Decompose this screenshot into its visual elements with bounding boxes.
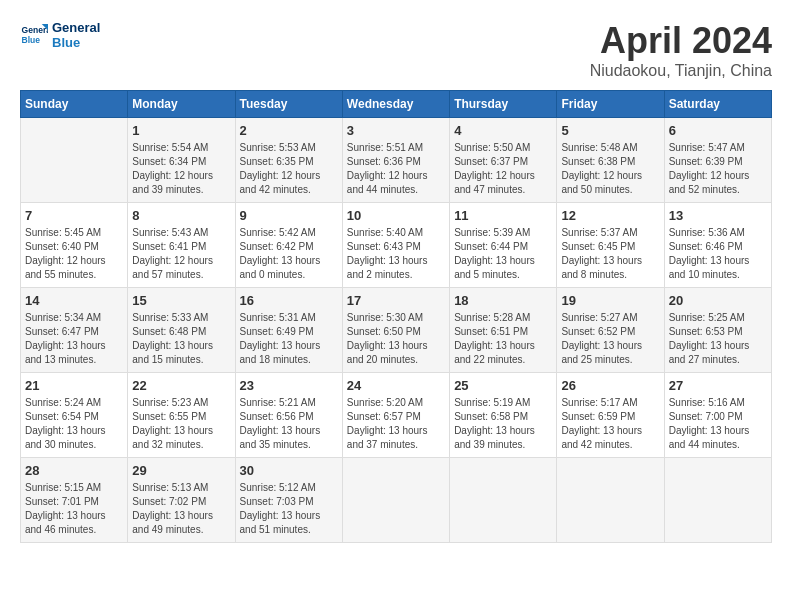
day-number: 19	[561, 293, 659, 308]
calendar-cell: 30Sunrise: 5:12 AM Sunset: 7:03 PM Dayli…	[235, 458, 342, 543]
calendar-cell: 7Sunrise: 5:45 AM Sunset: 6:40 PM Daylig…	[21, 203, 128, 288]
location-subtitle: Niudaokou, Tianjin, China	[590, 62, 772, 80]
week-row-4: 21Sunrise: 5:24 AM Sunset: 6:54 PM Dayli…	[21, 373, 772, 458]
day-info: Sunrise: 5:54 AM Sunset: 6:34 PM Dayligh…	[132, 141, 230, 197]
day-info: Sunrise: 5:48 AM Sunset: 6:38 PM Dayligh…	[561, 141, 659, 197]
title-area: April 2024 Niudaokou, Tianjin, China	[590, 20, 772, 80]
header-cell-sunday: Sunday	[21, 91, 128, 118]
svg-text:Blue: Blue	[22, 35, 41, 45]
day-number: 17	[347, 293, 445, 308]
calendar-cell: 28Sunrise: 5:15 AM Sunset: 7:01 PM Dayli…	[21, 458, 128, 543]
calendar-cell	[21, 118, 128, 203]
day-number: 15	[132, 293, 230, 308]
day-info: Sunrise: 5:25 AM Sunset: 6:53 PM Dayligh…	[669, 311, 767, 367]
day-number: 26	[561, 378, 659, 393]
calendar-cell: 6Sunrise: 5:47 AM Sunset: 6:39 PM Daylig…	[664, 118, 771, 203]
week-row-3: 14Sunrise: 5:34 AM Sunset: 6:47 PM Dayli…	[21, 288, 772, 373]
calendar-cell: 5Sunrise: 5:48 AM Sunset: 6:38 PM Daylig…	[557, 118, 664, 203]
day-number: 1	[132, 123, 230, 138]
day-info: Sunrise: 5:36 AM Sunset: 6:46 PM Dayligh…	[669, 226, 767, 282]
day-info: Sunrise: 5:21 AM Sunset: 6:56 PM Dayligh…	[240, 396, 338, 452]
day-info: Sunrise: 5:28 AM Sunset: 6:51 PM Dayligh…	[454, 311, 552, 367]
day-info: Sunrise: 5:53 AM Sunset: 6:35 PM Dayligh…	[240, 141, 338, 197]
week-row-2: 7Sunrise: 5:45 AM Sunset: 6:40 PM Daylig…	[21, 203, 772, 288]
header-row: SundayMondayTuesdayWednesdayThursdayFrid…	[21, 91, 772, 118]
day-number: 13	[669, 208, 767, 223]
day-info: Sunrise: 5:45 AM Sunset: 6:40 PM Dayligh…	[25, 226, 123, 282]
header-cell-saturday: Saturday	[664, 91, 771, 118]
day-number: 24	[347, 378, 445, 393]
day-number: 4	[454, 123, 552, 138]
calendar-cell: 10Sunrise: 5:40 AM Sunset: 6:43 PM Dayli…	[342, 203, 449, 288]
calendar-cell	[664, 458, 771, 543]
calendar-cell	[450, 458, 557, 543]
day-number: 5	[561, 123, 659, 138]
day-info: Sunrise: 5:20 AM Sunset: 6:57 PM Dayligh…	[347, 396, 445, 452]
day-number: 14	[25, 293, 123, 308]
logo: General Blue General Blue	[20, 20, 100, 50]
day-number: 2	[240, 123, 338, 138]
day-info: Sunrise: 5:33 AM Sunset: 6:48 PM Dayligh…	[132, 311, 230, 367]
day-info: Sunrise: 5:51 AM Sunset: 6:36 PM Dayligh…	[347, 141, 445, 197]
day-info: Sunrise: 5:24 AM Sunset: 6:54 PM Dayligh…	[25, 396, 123, 452]
day-number: 10	[347, 208, 445, 223]
day-info: Sunrise: 5:34 AM Sunset: 6:47 PM Dayligh…	[25, 311, 123, 367]
calendar-cell: 20Sunrise: 5:25 AM Sunset: 6:53 PM Dayli…	[664, 288, 771, 373]
calendar-cell: 27Sunrise: 5:16 AM Sunset: 7:00 PM Dayli…	[664, 373, 771, 458]
day-info: Sunrise: 5:12 AM Sunset: 7:03 PM Dayligh…	[240, 481, 338, 537]
header-cell-tuesday: Tuesday	[235, 91, 342, 118]
calendar-cell	[342, 458, 449, 543]
day-info: Sunrise: 5:50 AM Sunset: 6:37 PM Dayligh…	[454, 141, 552, 197]
day-info: Sunrise: 5:30 AM Sunset: 6:50 PM Dayligh…	[347, 311, 445, 367]
day-number: 8	[132, 208, 230, 223]
calendar-cell: 18Sunrise: 5:28 AM Sunset: 6:51 PM Dayli…	[450, 288, 557, 373]
day-info: Sunrise: 5:17 AM Sunset: 6:59 PM Dayligh…	[561, 396, 659, 452]
calendar-cell: 2Sunrise: 5:53 AM Sunset: 6:35 PM Daylig…	[235, 118, 342, 203]
day-number: 6	[669, 123, 767, 138]
logo-line2: Blue	[52, 35, 100, 50]
calendar-cell: 8Sunrise: 5:43 AM Sunset: 6:41 PM Daylig…	[128, 203, 235, 288]
day-info: Sunrise: 5:16 AM Sunset: 7:00 PM Dayligh…	[669, 396, 767, 452]
day-info: Sunrise: 5:23 AM Sunset: 6:55 PM Dayligh…	[132, 396, 230, 452]
calendar-cell: 3Sunrise: 5:51 AM Sunset: 6:36 PM Daylig…	[342, 118, 449, 203]
day-number: 25	[454, 378, 552, 393]
calendar-cell: 13Sunrise: 5:36 AM Sunset: 6:46 PM Dayli…	[664, 203, 771, 288]
day-number: 27	[669, 378, 767, 393]
day-number: 23	[240, 378, 338, 393]
calendar-cell: 4Sunrise: 5:50 AM Sunset: 6:37 PM Daylig…	[450, 118, 557, 203]
calendar-cell: 15Sunrise: 5:33 AM Sunset: 6:48 PM Dayli…	[128, 288, 235, 373]
header-cell-wednesday: Wednesday	[342, 91, 449, 118]
svg-text:General: General	[22, 25, 48, 35]
calendar-cell: 26Sunrise: 5:17 AM Sunset: 6:59 PM Dayli…	[557, 373, 664, 458]
day-info: Sunrise: 5:47 AM Sunset: 6:39 PM Dayligh…	[669, 141, 767, 197]
day-info: Sunrise: 5:37 AM Sunset: 6:45 PM Dayligh…	[561, 226, 659, 282]
calendar-cell: 25Sunrise: 5:19 AM Sunset: 6:58 PM Dayli…	[450, 373, 557, 458]
day-number: 18	[454, 293, 552, 308]
day-info: Sunrise: 5:31 AM Sunset: 6:49 PM Dayligh…	[240, 311, 338, 367]
calendar-cell	[557, 458, 664, 543]
day-number: 30	[240, 463, 338, 478]
header-cell-monday: Monday	[128, 91, 235, 118]
calendar-cell: 11Sunrise: 5:39 AM Sunset: 6:44 PM Dayli…	[450, 203, 557, 288]
header-cell-thursday: Thursday	[450, 91, 557, 118]
day-number: 12	[561, 208, 659, 223]
calendar-cell: 21Sunrise: 5:24 AM Sunset: 6:54 PM Dayli…	[21, 373, 128, 458]
calendar-cell: 16Sunrise: 5:31 AM Sunset: 6:49 PM Dayli…	[235, 288, 342, 373]
day-info: Sunrise: 5:39 AM Sunset: 6:44 PM Dayligh…	[454, 226, 552, 282]
day-number: 3	[347, 123, 445, 138]
day-number: 21	[25, 378, 123, 393]
calendar-cell: 24Sunrise: 5:20 AM Sunset: 6:57 PM Dayli…	[342, 373, 449, 458]
calendar-header: SundayMondayTuesdayWednesdayThursdayFrid…	[21, 91, 772, 118]
month-title: April 2024	[590, 20, 772, 62]
day-number: 11	[454, 208, 552, 223]
day-number: 20	[669, 293, 767, 308]
calendar-body: 1Sunrise: 5:54 AM Sunset: 6:34 PM Daylig…	[21, 118, 772, 543]
header: General Blue General Blue April 2024 Niu…	[20, 20, 772, 80]
day-info: Sunrise: 5:15 AM Sunset: 7:01 PM Dayligh…	[25, 481, 123, 537]
calendar-cell: 14Sunrise: 5:34 AM Sunset: 6:47 PM Dayli…	[21, 288, 128, 373]
day-info: Sunrise: 5:42 AM Sunset: 6:42 PM Dayligh…	[240, 226, 338, 282]
day-info: Sunrise: 5:27 AM Sunset: 6:52 PM Dayligh…	[561, 311, 659, 367]
week-row-5: 28Sunrise: 5:15 AM Sunset: 7:01 PM Dayli…	[21, 458, 772, 543]
day-number: 29	[132, 463, 230, 478]
calendar-cell: 19Sunrise: 5:27 AM Sunset: 6:52 PM Dayli…	[557, 288, 664, 373]
